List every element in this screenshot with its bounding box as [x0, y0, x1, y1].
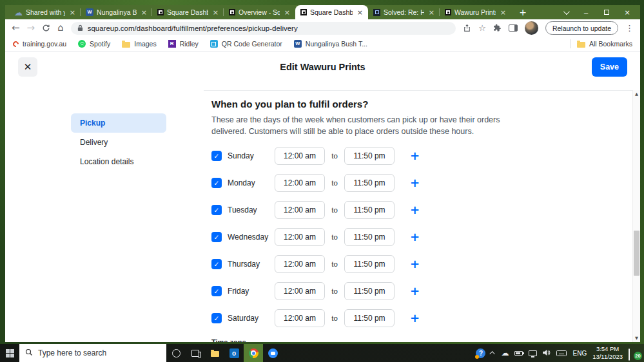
tab-close-icon[interactable]: × — [356, 8, 364, 17]
back-button[interactable]: ← — [12, 23, 20, 33]
tab-close-icon[interactable]: × — [68, 8, 77, 17]
bookmark-label: QR Code Generator — [222, 40, 282, 48]
tab-close-icon[interactable]: × — [427, 8, 436, 17]
chrome-button[interactable] — [244, 344, 263, 362]
maximize-button[interactable] — [596, 5, 617, 19]
end-time-input[interactable]: 11:50 pm — [344, 309, 395, 327]
start-time-input[interactable]: 12:00 am — [275, 174, 325, 192]
share-icon[interactable] — [463, 24, 471, 32]
browser-tab[interactable]: Nungalinya Bush Tu× — [81, 5, 152, 19]
end-time-input[interactable]: 11:50 pm — [344, 147, 395, 165]
bookmark-item[interactable]: Ridley — [168, 40, 199, 48]
minimize-button[interactable]: – — [576, 5, 596, 19]
tab-close-icon[interactable]: × — [211, 8, 220, 17]
save-button[interactable]: Save — [592, 57, 627, 77]
day-checkbox[interactable]: ✓ — [211, 151, 222, 161]
bookmark-item[interactable]: training.gov.au — [13, 40, 66, 48]
end-time-input[interactable]: 11:50 pm — [344, 174, 395, 192]
language-indicator[interactable]: ENG — [572, 350, 587, 357]
scroll-down-icon[interactable]: ▼ — [633, 334, 640, 342]
sidebar-item-pickup[interactable]: Pickup — [71, 113, 166, 133]
bookmark-item[interactable]: Nungalinya Bush T... — [294, 40, 367, 48]
bookmark-item[interactable]: Images — [122, 40, 156, 48]
bookmark-item[interactable]: Spotify — [78, 40, 110, 48]
tab-search-chevron-icon[interactable] — [555, 5, 576, 19]
day-checkbox[interactable]: ✓ — [211, 286, 222, 296]
task-view-icon — [191, 350, 199, 357]
browser-tab[interactable]: ☁Shared with you - O× — [9, 5, 81, 19]
clock[interactable]: 3:54 PM 13/11/2023 — [592, 345, 623, 361]
start-time-input[interactable]: 12:00 am — [275, 228, 325, 246]
help-tray-icon[interactable]: ? — [476, 348, 485, 358]
reload-button[interactable] — [42, 24, 50, 32]
day-checkbox[interactable]: ✓ — [211, 313, 222, 323]
battery-icon[interactable] — [514, 351, 523, 356]
touch-keyboard-icon[interactable] — [556, 350, 567, 356]
browser-tab[interactable]: Overview - Square O× — [224, 5, 295, 19]
end-time-input[interactable]: 11:50 pm — [344, 282, 395, 300]
day-checkbox[interactable]: ✓ — [211, 178, 222, 188]
tab-title: Shared with you - O — [26, 8, 65, 16]
start-time-input[interactable]: 12:00 am — [275, 147, 325, 165]
bookmark-item[interactable]: QR Code Generator — [210, 40, 282, 48]
add-hours-button[interactable]: + — [410, 312, 420, 324]
day-checkbox[interactable]: ✓ — [211, 232, 222, 242]
address-bar[interactable]: squareup.com/dashboard/fulfillment/prefe… — [71, 22, 456, 35]
add-hours-button[interactable]: + — [410, 258, 420, 270]
tab-close-icon[interactable]: × — [499, 8, 507, 17]
onedrive-tray-icon[interactable]: ☁ — [501, 349, 509, 357]
file-explorer-button[interactable] — [205, 344, 224, 362]
cortana-button[interactable] — [166, 344, 186, 362]
outlook-button[interactable]: o — [224, 344, 244, 362]
sidebar-item-location-details[interactable]: Location details — [71, 152, 166, 171]
checkmark-icon: ✓ — [214, 260, 220, 268]
new-tab-button[interactable]: + — [515, 5, 531, 19]
task-view-button[interactable] — [186, 344, 205, 362]
day-checkbox[interactable]: ✓ — [211, 259, 222, 269]
forward-button[interactable]: → — [27, 23, 35, 33]
volume-icon[interactable] — [543, 347, 551, 359]
day-checkbox[interactable]: ✓ — [211, 205, 222, 215]
tab-close-icon[interactable]: × — [283, 8, 291, 17]
tab-title: Square Dashboard — [167, 8, 208, 16]
add-hours-button[interactable]: + — [410, 177, 420, 189]
action-center-button[interactable]: 20 — [629, 349, 639, 357]
add-hours-button[interactable]: + — [410, 204, 420, 216]
add-hours-button[interactable]: + — [410, 231, 420, 243]
zoom-app-button[interactable] — [263, 344, 282, 362]
spotify-icon — [78, 40, 86, 48]
start-button[interactable] — [0, 344, 19, 362]
sidebar-item-delivery[interactable]: Delivery — [71, 133, 166, 152]
home-button[interactable]: ⌂ — [57, 23, 64, 33]
browser-tab[interactable]: Square Dashboard× — [295, 5, 368, 19]
relaunch-to-update-button[interactable]: Relaunch to update — [545, 21, 618, 35]
page-scrollbar[interactable]: ▲ ▼ — [632, 90, 640, 342]
scroll-up-icon[interactable]: ▲ — [633, 90, 640, 98]
start-time-input[interactable]: 12:00 am — [275, 201, 325, 219]
all-bookmarks[interactable]: All Bookmarks — [570, 39, 632, 48]
tab-close-icon[interactable]: × — [140, 8, 148, 17]
browser-tab[interactable]: Solved: Re: How do× — [368, 5, 440, 19]
bookmark-label: Nungalinya Bush T... — [306, 40, 367, 48]
close-window-button[interactable]: × — [617, 5, 638, 19]
add-hours-button[interactable]: + — [410, 150, 420, 162]
extensions-puzzle-icon[interactable] — [493, 24, 502, 32]
display-icon[interactable] — [529, 350, 537, 356]
end-time-input[interactable]: 11:50 pm — [344, 201, 395, 219]
end-time-input[interactable]: 11:50 pm — [344, 228, 395, 246]
day-row: ✓Saturday12:00 amto11:50 pm+ — [211, 309, 632, 328]
add-hours-button[interactable]: + — [410, 285, 420, 297]
side-panel-icon[interactable] — [509, 24, 518, 32]
browser-menu-icon[interactable]: ⋮ — [625, 23, 634, 33]
taskbar-search-input[interactable]: Type here to search — [19, 344, 166, 362]
browser-tab[interactable]: Wawuru Prints× — [440, 5, 511, 19]
end-time-input[interactable]: 11:50 pm — [344, 255, 395, 273]
start-time-input[interactable]: 12:00 am — [275, 255, 325, 273]
start-time-input[interactable]: 12:00 am — [275, 282, 325, 300]
browser-tab[interactable]: Square Dashboard× — [152, 5, 224, 19]
profile-avatar[interactable] — [525, 21, 538, 35]
scrollbar-thumb[interactable] — [634, 231, 639, 276]
start-time-input[interactable]: 12:00 am — [275, 309, 325, 327]
show-hidden-icons-chevron[interactable] — [490, 351, 495, 356]
bookmark-star-icon[interactable]: ☆ — [478, 24, 486, 32]
